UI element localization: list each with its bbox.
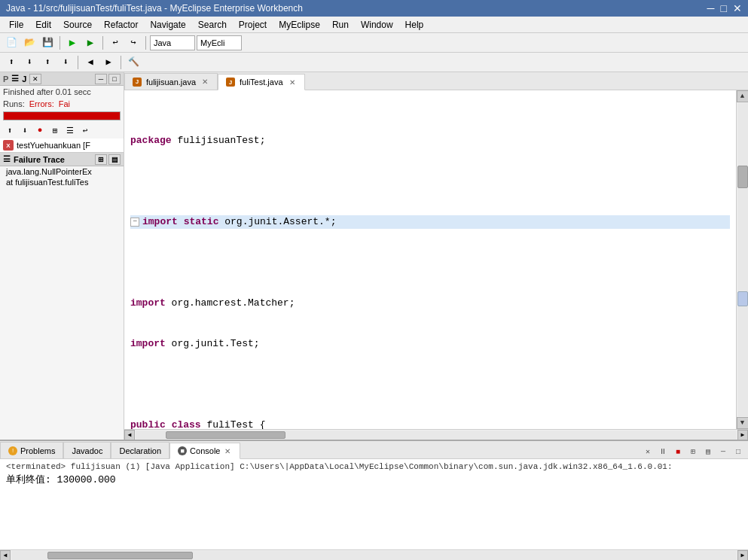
bp-minimize-button[interactable]: ─ bbox=[716, 445, 730, 458]
menu-navigate[interactable]: Navigate bbox=[144, 18, 191, 32]
toolbar-row-2: ⬆ ⬇ ⬆ ⬇ ◀ ▶ 🔨 bbox=[0, 53, 748, 72]
maximize-button[interactable]: □ bbox=[721, 2, 727, 14]
scroll-thumb[interactable] bbox=[737, 166, 748, 188]
tab-fulitest[interactable]: J fuliTest.java ✕ bbox=[218, 74, 304, 90]
tab-close-fulijisuan[interactable]: ✕ bbox=[200, 78, 209, 87]
failure-trace-header: ☰ Failure Trace ⊞ ▤ bbox=[0, 153, 124, 166]
tab-problems[interactable]: ! Problems bbox=[0, 442, 63, 458]
redo-button[interactable]: ↪ bbox=[125, 35, 142, 51]
panel-close-button[interactable]: ✕ bbox=[29, 74, 41, 84]
console-icon: ■ bbox=[178, 446, 187, 455]
tb2-sep1 bbox=[78, 56, 78, 69]
lp-btn2[interactable]: ⬇ bbox=[18, 123, 32, 137]
menu-project[interactable]: Project bbox=[233, 18, 273, 32]
tb2-btn3[interactable]: ⬆ bbox=[39, 54, 56, 71]
bottom-hscroll-thumb[interactable] bbox=[47, 552, 193, 559]
fold-marker-import[interactable]: − bbox=[130, 218, 139, 227]
minimize-button[interactable]: ─ bbox=[707, 2, 715, 14]
open-button[interactable]: 📂 bbox=[21, 35, 38, 51]
perspective-label: Java bbox=[150, 35, 195, 50]
ft-filter-button[interactable]: ▤ bbox=[108, 154, 121, 165]
lp-btn1[interactable]: ⬆ bbox=[3, 123, 17, 137]
panel-status: Finished after 0.01 secc bbox=[0, 86, 124, 98]
scroll-track[interactable] bbox=[737, 103, 748, 416]
main-layout: P ☰ J ✕ ─ □ Finished after 0.01 secc Run… bbox=[0, 72, 748, 560]
toolbar-sep-1 bbox=[60, 36, 60, 50]
menu-run[interactable]: Run bbox=[326, 18, 355, 32]
toolbar-sep-3 bbox=[145, 36, 146, 50]
tab-declaration[interactable]: Declaration bbox=[111, 442, 169, 458]
bottom-hscroll-right[interactable]: ▶ bbox=[737, 550, 748, 561]
editor-hscroll[interactable]: ◀ ▶ bbox=[124, 429, 748, 440]
kw-package: package bbox=[130, 134, 172, 148]
menu-search[interactable]: Search bbox=[192, 18, 233, 32]
lp-btn4[interactable]: ⊞ bbox=[48, 123, 62, 137]
panel-minimize-button[interactable]: ─ bbox=[95, 74, 107, 84]
trace-item-2[interactable]: at fulijisuanTest.fuliTes bbox=[0, 177, 124, 187]
test-item[interactable]: X testYuehuankuan [F bbox=[0, 138, 124, 152]
editor-area: J fulijisuan.java ✕ J fuliTest.java ✕ pa… bbox=[124, 72, 748, 440]
progress-bar bbox=[3, 111, 121, 120]
workbench-label: MyEcli bbox=[197, 35, 242, 50]
test-fail-icon: X bbox=[3, 140, 14, 151]
tb2-build[interactable]: 🔨 bbox=[125, 54, 142, 71]
runs-row: Runs: Errors: Fai bbox=[0, 98, 124, 110]
title-bar: Java - 11/src/fulijisuanTest/fuliTest.ja… bbox=[0, 0, 748, 17]
scroll-thumb-small[interactable] bbox=[737, 291, 748, 306]
new-button[interactable]: 📄 bbox=[3, 35, 20, 51]
bottom-hscroll-track[interactable] bbox=[11, 551, 737, 560]
editor-scrollbar-right[interactable]: ▲ ▼ bbox=[736, 90, 748, 429]
menu-refactor[interactable]: Refactor bbox=[98, 18, 144, 32]
tb2-nav2[interactable]: ▶ bbox=[100, 54, 117, 71]
tab-javadoc[interactable]: Javadoc bbox=[63, 442, 111, 458]
bp-clear-button[interactable]: ✕ bbox=[641, 445, 655, 458]
bp-menu-button[interactable]: ▤ bbox=[701, 445, 715, 458]
lp-btn6[interactable]: ↩ bbox=[78, 123, 92, 137]
scroll-up-button[interactable]: ▲ bbox=[737, 90, 749, 102]
console-output: 单利终值: 130000.000 bbox=[6, 473, 742, 486]
bp-stop-button[interactable]: ■ bbox=[671, 445, 685, 458]
bottom-tab-bar: ! Problems Javadoc Declaration ■ Console… bbox=[0, 441, 748, 459]
bp-maximize-button[interactable]: □ bbox=[731, 445, 745, 458]
tb2-btn1[interactable]: ⬆ bbox=[3, 54, 20, 71]
bottom-scrollbar[interactable]: ◀ ▶ bbox=[0, 549, 748, 560]
tab-console[interactable]: ■ Console ✕ bbox=[169, 443, 240, 459]
code-editor[interactable]: package fulijisuanTest; − import static … bbox=[124, 90, 748, 429]
console-tab-close[interactable]: ✕ bbox=[223, 446, 232, 455]
menu-source[interactable]: Source bbox=[57, 18, 98, 32]
tb2-btn2[interactable]: ⬇ bbox=[21, 54, 38, 71]
hscroll-left-button[interactable]: ◀ bbox=[124, 430, 135, 440]
panel-maximize-button[interactable]: □ bbox=[108, 74, 121, 84]
bp-pause-button[interactable]: ⏸ bbox=[656, 445, 670, 458]
close-button[interactable]: ✕ bbox=[733, 2, 742, 14]
tab-close-fulitest[interactable]: ✕ bbox=[288, 78, 297, 87]
menu-myeclipse[interactable]: MyEclipse bbox=[273, 18, 326, 32]
tab-javadoc-label: Javadoc bbox=[72, 446, 102, 455]
code-content: package fulijisuanTest; − import static … bbox=[124, 90, 736, 429]
debug-button[interactable]: ▶ bbox=[64, 35, 81, 51]
save-button[interactable]: 💾 bbox=[39, 35, 56, 51]
hscroll-right-button[interactable]: ▶ bbox=[737, 430, 748, 440]
menu-window[interactable]: Window bbox=[355, 18, 399, 32]
menu-file[interactable]: File bbox=[3, 18, 29, 32]
hscroll-track[interactable] bbox=[136, 431, 737, 440]
tab-fulijisuan[interactable]: J fulijisuan.java ✕ bbox=[124, 73, 218, 90]
bp-copy-button[interactable]: ⊞ bbox=[686, 445, 700, 458]
scroll-down-button[interactable]: ▼ bbox=[737, 417, 749, 429]
undo-button[interactable]: ↩ bbox=[107, 35, 124, 51]
ft-copy-button[interactable]: ⊞ bbox=[95, 154, 107, 165]
failures-label: Fai bbox=[59, 99, 70, 108]
hscroll-thumb[interactable] bbox=[166, 431, 286, 439]
tab-label-fulitest: fuliTest.java bbox=[240, 78, 282, 87]
code-line-import-static: − import static org.junit.Assert.*; bbox=[130, 215, 730, 229]
tb2-nav1[interactable]: ◀ bbox=[82, 54, 99, 71]
bottom-hscroll-left[interactable]: ◀ bbox=[0, 550, 11, 561]
left-panel-toolbar: ⬆ ⬇ ● ⊞ ☰ ↩ bbox=[0, 122, 124, 138]
menu-edit[interactable]: Edit bbox=[29, 18, 57, 32]
lp-btn3[interactable]: ● bbox=[33, 123, 47, 137]
tb2-btn4[interactable]: ⬇ bbox=[57, 54, 74, 71]
run-button[interactable]: ▶ bbox=[82, 35, 99, 51]
menu-help[interactable]: Help bbox=[399, 18, 430, 32]
lp-btn5[interactable]: ☰ bbox=[63, 123, 77, 137]
trace-item-1[interactable]: java.lang.NullPointerEx bbox=[0, 166, 124, 177]
